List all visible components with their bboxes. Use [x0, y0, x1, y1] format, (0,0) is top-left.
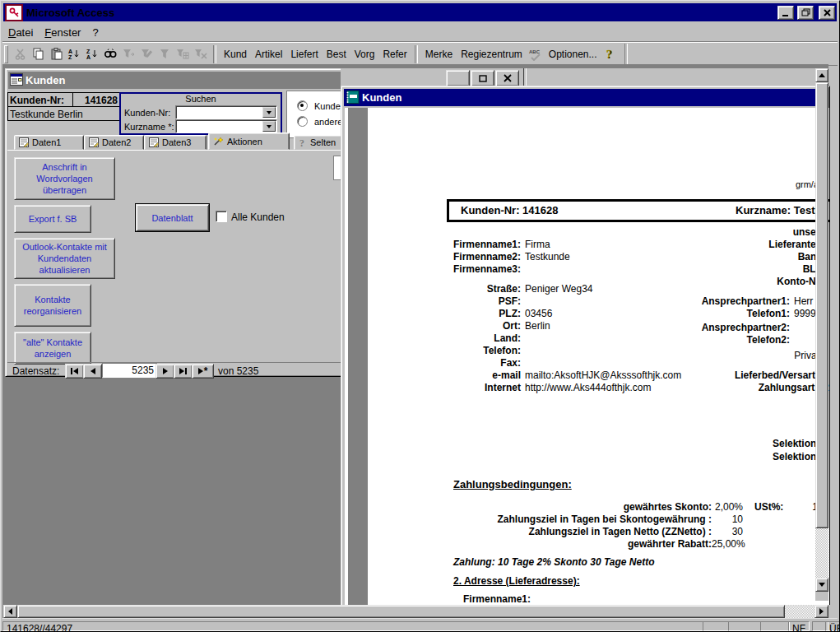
workspace-vertical-scrollbar	[815, 68, 828, 601]
current-record-input[interactable]	[102, 363, 158, 378]
toolbar-button-optionen[interactable]: Optionen...	[545, 46, 601, 63]
horizontal-scrollbar-thumb[interactable]	[17, 605, 785, 618]
tab-daten1[interactable]: Daten1	[14, 135, 84, 150]
menu-hilfe[interactable]: ?	[86, 25, 104, 40]
alle-kunden-checkbox[interactable]	[216, 211, 227, 222]
toolbar-button-merke[interactable]: Merke	[421, 46, 457, 63]
search-kundennr-input[interactable]	[178, 107, 263, 118]
magic-wand-icon	[213, 136, 224, 146]
outlook-update-button[interactable]: Outlook-Kontakte mit Kundendaten aktuali…	[14, 238, 115, 279]
fragment-restore-button[interactable]	[471, 70, 494, 86]
status-cell	[728, 621, 761, 631]
minimize-button[interactable]	[777, 6, 794, 20]
toolbar-button-liefert[interactable]: Liefert	[286, 46, 322, 63]
help-icon[interactable]: ?	[601, 45, 620, 63]
svg-text:Z: Z	[68, 54, 72, 60]
kundennr-row: Kunden-Nr: 141628	[7, 92, 120, 107]
toolbar-button-artikel[interactable]: Artikel	[251, 46, 286, 63]
radio-andere-label: andere	[314, 117, 342, 127]
toolbar-grip[interactable]	[4, 45, 8, 63]
outlook-update-button-label: Outlook-Kontakte mit Kundendaten aktuali…	[15, 241, 114, 276]
report-field-row: Fax:	[341, 357, 829, 369]
tab-daten2[interactable]: Daten2	[84, 135, 144, 150]
scroll-left-button[interactable]	[3, 605, 17, 618]
status-cell	[760, 621, 790, 631]
sort-descending-icon[interactable]: ZA	[83, 45, 101, 63]
menu-datei[interactable]: Datei	[2, 25, 39, 40]
toolbar-button-kund[interactable]: Kund	[220, 46, 251, 63]
next-record-button[interactable]	[155, 364, 174, 379]
toolbar-button-best[interactable]: Best	[323, 46, 350, 63]
scroll-up-button[interactable]	[815, 68, 828, 82]
search-kundennr-dropdown[interactable]	[262, 107, 276, 118]
new-record-button[interactable]: *	[192, 364, 214, 379]
form-window-titlebar: Kunden	[8, 72, 344, 89]
apply-filter-icon[interactable]	[155, 45, 174, 63]
scroll-right-button[interactable]	[814, 605, 828, 618]
report-window-kunden: Kunden grm/aks Kunden-Nr: 141628 Kurznam…	[341, 86, 830, 606]
zahlung-summary: Zahlung: 10 Tage 2% Skonto 30 Tage Netto	[453, 556, 654, 568]
workspace-horizontal-scrollbar	[3, 605, 828, 618]
payment-row: gewährter Rabatt:25,00%	[341, 538, 829, 551]
first-record-button[interactable]	[65, 364, 84, 379]
form-window-title: Kunden	[26, 74, 65, 86]
cut-icon[interactable]	[11, 45, 29, 63]
fragment-minimize-button[interactable]	[446, 70, 470, 86]
remove-filter-icon[interactable]	[192, 45, 210, 63]
scroll-down-button[interactable]	[815, 578, 828, 592]
radio-kunde[interactable]	[297, 100, 308, 111]
sort-ascending-icon[interactable]: AZ	[65, 45, 83, 63]
last-record-button[interactable]	[174, 364, 193, 379]
toolbar-button-regiezentrum[interactable]: Regiezentrum	[457, 46, 527, 63]
alte-kontakte-button[interactable]: "alte" Kontakte anzeigen	[14, 332, 91, 365]
search-kurzname-input[interactable]	[178, 121, 263, 132]
report-header-kundennr: Kunden-Nr: 141628	[461, 204, 558, 216]
kurzname-row: Testkunde Berlin	[7, 106, 120, 121]
spelling-icon[interactable]: ABC	[527, 45, 545, 63]
copy-icon[interactable]	[29, 45, 47, 63]
filter-excluding-selection-icon[interactable]	[174, 45, 192, 63]
previous-record-button[interactable]	[83, 364, 102, 379]
report-field-row: Telefon1:999999	[341, 308, 829, 320]
radio-andere[interactable]	[297, 116, 308, 127]
tab-daten1-label: Daten1	[32, 137, 61, 147]
restore-button[interactable]	[797, 6, 814, 20]
alle-kunden-label: Alle Kunden	[231, 211, 285, 223]
paste-icon[interactable]	[47, 45, 65, 63]
svg-text:A: A	[68, 49, 72, 54]
vertical-scrollbar-track[interactable]	[815, 528, 828, 578]
menu-bar: Datei Fenster ?	[2, 23, 838, 42]
status-message: 141628//44297	[2, 621, 703, 631]
menu-fenster[interactable]: Fenster	[39, 25, 86, 40]
word-export-button[interactable]: Anschrift in Wordvorlagen übertragen	[14, 157, 115, 200]
find-icon[interactable]	[101, 45, 119, 63]
horizontal-scrollbar-track[interactable]	[785, 605, 814, 618]
vertical-scrollbar-thumb[interactable]	[815, 82, 828, 528]
close-button[interactable]	[819, 6, 835, 20]
datenblatt-button[interactable]: Datenblatt	[136, 204, 209, 231]
report-field-row: Ansprechpartner1:Herr K	[341, 295, 829, 308]
toolbar-separator	[415, 45, 418, 63]
fragment-window-edge	[523, 68, 527, 86]
search-kurzname-combo[interactable]	[175, 119, 277, 133]
kurzname-value: Testkunde Berlin	[10, 109, 83, 120]
filter-by-form-icon[interactable]	[137, 45, 155, 63]
export-sb-button[interactable]: Export f. SB	[14, 205, 91, 233]
fragment-close-button[interactable]	[495, 70, 519, 86]
tab-daten3[interactable]: Daten3	[144, 135, 207, 150]
filter-by-selection-icon[interactable]	[119, 45, 137, 63]
tab-aktionen[interactable]: Aktionen	[208, 132, 290, 150]
datenblatt-button-label: Datenblatt	[151, 212, 193, 224]
search-kundennr-combo[interactable]	[175, 105, 277, 119]
report-field-row: Ansprechpartner2:	[341, 322, 829, 334]
toolbar-button-refer[interactable]: Refer	[378, 46, 411, 63]
search-kurzname-dropdown[interactable]	[262, 121, 276, 132]
search-kurzname-label: Kurzname *:	[124, 122, 174, 132]
kontakte-reorganisieren-button[interactable]: Kontakte reorganisieren	[14, 284, 91, 327]
record-navigator-label: Datensatz:	[12, 365, 59, 377]
svg-text:Z: Z	[86, 49, 90, 54]
access-app-icon	[5, 4, 23, 21]
tab-daten2-label: Daten2	[102, 137, 131, 147]
toolbar-button-vorg[interactable]: Vorg	[350, 46, 379, 63]
covered-window-titlebar-fragment	[341, 68, 828, 86]
